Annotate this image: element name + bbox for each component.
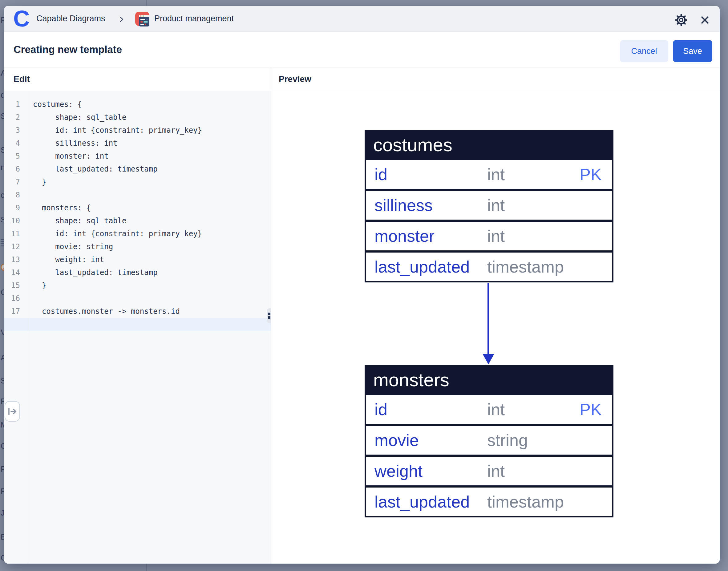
field-type: int (487, 160, 505, 189)
pane-header-row: Edit Preview (4, 68, 720, 91)
field-name: last_updated (374, 252, 470, 281)
close-button[interactable] (698, 13, 712, 27)
breadcrumb-bar: C Capable Diagrams Product management (4, 6, 720, 32)
code-line: 3 id: int {constraint: primary_key} (4, 124, 271, 137)
field-name: monster (374, 222, 435, 250)
field-name: id (374, 160, 387, 189)
line-number: 5 (4, 150, 20, 162)
code-line-text: shape: sql_table (33, 214, 126, 227)
code-line-text: } (33, 279, 46, 292)
line-number: 15 (4, 279, 20, 292)
line-number: 10 (4, 214, 20, 227)
breadcrumb-app[interactable]: Capable Diagrams (36, 14, 105, 23)
save-button[interactable]: Save (673, 40, 712, 62)
code-line: 5 monster: int (4, 150, 271, 162)
code-editor[interactable]: 1costumes: {2 shape: sql_table3 id: int … (4, 91, 271, 564)
background-text-fragment: Ca (1, 553, 4, 563)
dimmed-backdrop: { "colors": { "accent": "#2b61da", "logo… (0, 0, 728, 571)
background-text-fragment: no (1, 162, 4, 172)
edit-pane-label: Edit (14, 74, 30, 84)
background-text-fragment: Pr (1, 464, 4, 474)
line-number: 14 (4, 266, 20, 279)
code-line-text: shape: sql_table (33, 111, 126, 124)
field-name: movie (374, 426, 419, 455)
template-editor-modal: C Capable Diagrams Product management (4, 6, 720, 564)
code-line: 11 id: int {constraint: primary_key} (4, 227, 271, 240)
background-text-fragment: Al (1, 69, 4, 78)
settings-button[interactable] (675, 13, 688, 27)
table-header: monsters (365, 365, 613, 395)
menu-lines-icon (1, 239, 4, 248)
chevron-right-icon (119, 16, 124, 22)
active-line-highlight (4, 318, 271, 331)
table-header: costumes (365, 130, 613, 160)
line-number: 9 (4, 201, 20, 214)
background-text-fragment: Se (1, 376, 4, 385)
field-name: weight (374, 457, 422, 485)
code-line: 7 } (4, 176, 271, 189)
breadcrumb-page[interactable]: Product management (154, 14, 234, 23)
code-line-text: silliness: int (33, 137, 118, 150)
background-sidebar-strip: PAlCSpSHnocoSeGoViArSePrMClPrPrJuByCa (0, 0, 4, 571)
code-line-text: } (33, 176, 46, 189)
product-icon (135, 12, 150, 26)
line-number: 6 (4, 162, 20, 176)
background-text-fragment: Go (1, 288, 4, 297)
preview-pane-label: Preview (279, 74, 311, 84)
field-type: timestamp (487, 252, 564, 281)
code-line-text: costumes.monster -> monsters.id (33, 305, 180, 318)
background-text-fragment: P (1, 15, 4, 25)
background-text-fragment: Ju (1, 508, 4, 518)
table-row: last_updatedtimestamp (366, 487, 612, 516)
table-row: idintPK (366, 160, 612, 189)
code-line: 14 last_updated: timestamp (4, 266, 271, 279)
code-line: 2 shape: sql_table (4, 111, 271, 124)
background-text-fragment: M (1, 420, 4, 430)
page-title: Creating new template (14, 44, 122, 55)
gutter-separator (28, 91, 28, 564)
field-name: last_updated (374, 487, 470, 516)
code-line: 4 silliness: int (4, 137, 271, 150)
line-number: 1 (4, 98, 20, 111)
table-costumes: costumesidintPKsillinessintmonsterintlas… (365, 130, 613, 282)
code-line-text: monsters: { (33, 201, 91, 214)
background-text-fragment: Se (1, 215, 4, 225)
field-type: int (487, 457, 505, 485)
modal-title-row: Creating new template Cancel Save (4, 32, 720, 68)
relation-arrow (487, 283, 489, 354)
table-row: last_updatedtimestamp (366, 252, 612, 281)
cancel-button[interactable]: Cancel (620, 40, 668, 62)
line-number: 2 (4, 111, 20, 124)
code-line-text: monster: int (33, 150, 109, 162)
background-text-fragment: C (1, 91, 4, 100)
line-number: 16 (4, 292, 20, 305)
line-number: 3 (4, 124, 20, 137)
primary-key-badge: PK (580, 160, 602, 189)
code-line: 17 costumes.monster -> monsters.id (4, 305, 271, 318)
background-text-fragment: co (1, 190, 4, 200)
code-line-text: last_updated: timestamp (33, 266, 158, 279)
code-line-text: id: int {constraint: primary_key} (33, 124, 202, 137)
field-name: silliness (374, 191, 433, 220)
table-row: monsterint (366, 222, 612, 250)
background-text-fragment: Sp (1, 111, 4, 121)
field-name: id (374, 395, 387, 424)
table-monsters: monstersidintPKmoviestringweightintlast_… (365, 365, 613, 518)
table-row: moviestring (366, 426, 612, 455)
code-line: 13 weight: int (4, 253, 271, 266)
background-text-fragment: Pr (1, 397, 4, 406)
collapse-editor-button[interactable] (5, 401, 20, 422)
code-line-text: costumes: { (33, 98, 82, 111)
app-logo: C (13, 8, 29, 30)
background-text-fragment: Ar (1, 353, 4, 362)
code-line: 9 monsters: { (4, 201, 271, 214)
code-line: 10 shape: sql_table (4, 214, 271, 227)
code-line: 8 (4, 189, 271, 201)
table-row: idintPK (366, 395, 612, 424)
code-line: 16 (4, 292, 271, 305)
code-line: 1costumes: { (4, 98, 271, 111)
code-line: 15 } (4, 279, 271, 292)
background-text-fragment: By (1, 532, 4, 542)
line-number: 13 (4, 253, 20, 266)
code-line-text: weight: int (33, 253, 104, 266)
